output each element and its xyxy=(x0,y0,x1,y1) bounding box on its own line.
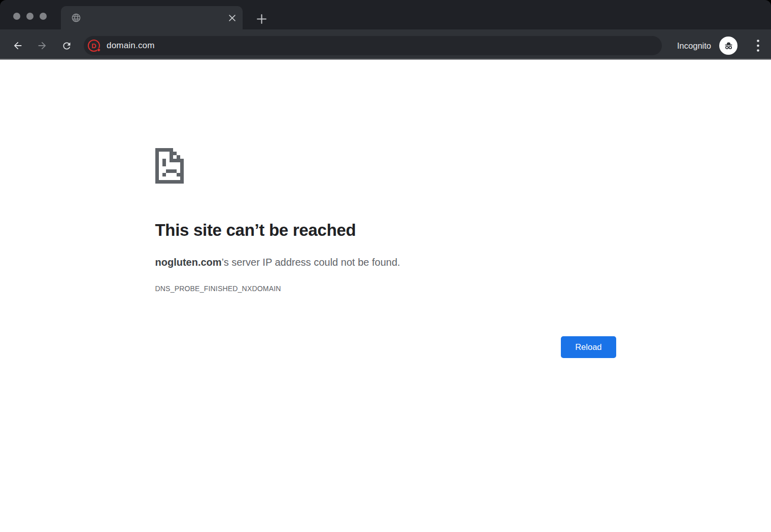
forward-button[interactable] xyxy=(31,36,53,56)
new-tab-button[interactable] xyxy=(253,10,270,27)
sad-file-icon xyxy=(155,148,184,184)
address-bar[interactable]: D domain.com xyxy=(84,36,662,55)
globe-icon xyxy=(71,13,81,23)
tab-strip xyxy=(0,0,771,29)
error-title: This site can’t be reached xyxy=(155,221,616,240)
url-text: domain.com xyxy=(107,41,155,51)
arrow-left-icon xyxy=(12,40,23,51)
plus-icon xyxy=(256,14,267,24)
tab-close-button[interactable] xyxy=(229,15,236,21)
browser-window: D domain.com Incognito xyxy=(0,0,771,532)
reload-toolbar-button[interactable] xyxy=(55,36,78,56)
error-page: This site can’t be reached nogluten.com’… xyxy=(0,60,771,532)
minimize-window-button[interactable] xyxy=(26,13,33,20)
incognito-badge xyxy=(719,37,738,55)
reload-icon xyxy=(61,41,72,51)
site-favicon: D xyxy=(88,40,100,52)
error-message: nogluten.com’s server IP address could n… xyxy=(155,257,616,268)
arrow-right-icon xyxy=(37,40,48,51)
close-icon xyxy=(229,15,236,21)
reload-button[interactable]: Reload xyxy=(561,336,616,358)
incognito-icon xyxy=(723,40,734,52)
error-code: DNS_PROBE_FINISHED_NXDOMAIN xyxy=(155,285,616,293)
back-button[interactable] xyxy=(7,36,29,56)
window-controls xyxy=(13,13,47,20)
kebab-menu-icon xyxy=(757,40,759,52)
maximize-window-button[interactable] xyxy=(40,13,47,20)
menu-button[interactable] xyxy=(751,36,765,56)
close-window-button[interactable] xyxy=(13,13,20,20)
incognito-label: Incognito xyxy=(677,41,711,51)
error-message-rest: ’s server IP address could not be found. xyxy=(222,257,400,268)
browser-tab[interactable] xyxy=(61,6,243,29)
error-host: nogluten.com xyxy=(155,257,222,268)
toolbar: D domain.com Incognito xyxy=(0,29,771,60)
